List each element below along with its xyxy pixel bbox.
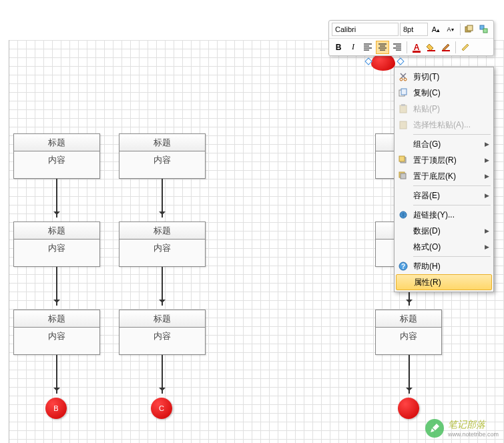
menu-label: 格式(O) bbox=[413, 242, 441, 253]
menu-group[interactable]: 组合(G) ▶ bbox=[395, 136, 493, 152]
svg-rect-11 bbox=[401, 104, 405, 106]
shape-body: 内容 bbox=[119, 240, 205, 266]
shapes-icon[interactable] bbox=[477, 23, 491, 36]
fill-color-icon[interactable] bbox=[425, 41, 438, 54]
chevron-right-icon: ▶ bbox=[485, 141, 489, 147]
svg-rect-16 bbox=[401, 173, 406, 179]
align-left-icon[interactable] bbox=[361, 41, 374, 54]
menu-label: 组合(G) bbox=[413, 139, 441, 150]
font-size-input[interactable] bbox=[400, 23, 428, 36]
flowchart-shape[interactable]: 标题 内容 bbox=[119, 310, 206, 355]
menu-separator bbox=[413, 256, 491, 257]
connector[interactable] bbox=[162, 179, 163, 217]
menu-paste: 粘贴(P) bbox=[395, 101, 493, 117]
menu-separator bbox=[413, 134, 491, 135]
flowchart-shape[interactable]: 标题 内容 bbox=[13, 222, 100, 267]
chevron-right-icon: ▶ bbox=[485, 173, 489, 179]
shape-title: 标题 bbox=[14, 222, 99, 240]
menu-label: 剪切(T) bbox=[413, 71, 439, 83]
connector[interactable] bbox=[162, 355, 163, 394]
connector[interactable] bbox=[409, 355, 410, 394]
shape-body: 内容 bbox=[14, 151, 99, 178]
watermark: 笔记部落 www.notetribe.com bbox=[425, 419, 499, 438]
watermark-subtitle: www.notetribe.com bbox=[448, 431, 499, 438]
menu-label: 复制(C) bbox=[413, 87, 441, 99]
shape-body: 内容 bbox=[14, 240, 99, 266]
send-back-icon bbox=[398, 171, 409, 181]
shape-title: 标题 bbox=[14, 310, 99, 328]
svg-point-6 bbox=[400, 78, 403, 81]
chevron-right-icon: ▶ bbox=[485, 192, 489, 199]
paste-special-icon bbox=[398, 119, 409, 130]
flowchart-shape[interactable]: 标题 内容 bbox=[375, 310, 442, 355]
endpoint-circle-c[interactable]: C bbox=[151, 398, 172, 419]
paste-icon bbox=[398, 103, 409, 114]
svg-rect-10 bbox=[400, 105, 407, 113]
chevron-right-icon: ▶ bbox=[485, 228, 489, 234]
formatting-toolbar: A▴ A▾ B I A bbox=[328, 20, 494, 56]
shape-title: 标题 bbox=[119, 134, 205, 151]
menu-bring-front[interactable]: 置于顶层(R) ▶ bbox=[395, 152, 493, 168]
format-painter-icon[interactable] bbox=[459, 41, 472, 54]
menu-separator bbox=[413, 185, 491, 186]
endpoint-circle-b[interactable]: B bbox=[45, 398, 67, 419]
menu-label: 置于顶层(R) bbox=[413, 155, 457, 166]
svg-rect-9 bbox=[401, 89, 407, 95]
line-color-icon[interactable] bbox=[439, 41, 453, 54]
flowchart-shape[interactable]: 标题 内容 bbox=[119, 222, 206, 267]
svg-rect-4 bbox=[427, 50, 435, 51]
flowchart-shape[interactable]: 标题 内容 bbox=[13, 310, 100, 355]
bold-button[interactable]: B bbox=[332, 41, 345, 54]
svg-point-7 bbox=[404, 78, 407, 81]
menu-help[interactable]: ? 帮助(H) bbox=[395, 258, 493, 274]
separator bbox=[407, 41, 407, 53]
menu-data[interactable]: 数据(D) ▶ bbox=[395, 223, 493, 239]
connector[interactable] bbox=[56, 355, 57, 394]
context-menu: 剪切(T) 复制(C) 粘贴(P) 选择性粘贴(A)... 组合(G) ▶ 置于… bbox=[394, 67, 494, 292]
increase-font-icon[interactable]: A▴ bbox=[429, 23, 443, 36]
menu-container[interactable]: 容器(E) ▶ bbox=[395, 187, 493, 203]
pencil-icon bbox=[425, 419, 444, 438]
align-right-icon[interactable] bbox=[391, 41, 404, 54]
shape-title: 标题 bbox=[376, 310, 441, 328]
shape-body: 内容 bbox=[119, 151, 205, 178]
menu-label: 属性(R) bbox=[414, 277, 441, 288]
endpoint-circle[interactable] bbox=[398, 398, 419, 419]
font-color-icon[interactable]: A bbox=[410, 41, 423, 54]
decrease-font-icon[interactable]: A▾ bbox=[444, 23, 457, 36]
menu-send-back[interactable]: 置于底层(K) ▶ bbox=[395, 168, 493, 184]
flowchart-shape[interactable]: 标题 内容 bbox=[13, 133, 100, 179]
watermark-title: 笔记部落 bbox=[448, 419, 499, 431]
menu-format[interactable]: 格式(O) ▶ bbox=[395, 239, 493, 255]
menu-hyperlink[interactable]: 超链接(Y)... bbox=[395, 207, 493, 223]
connector[interactable] bbox=[162, 267, 163, 306]
connector[interactable] bbox=[56, 179, 57, 217]
menu-paste-special: 选择性粘贴(A)... bbox=[395, 117, 493, 133]
hyperlink-icon bbox=[398, 209, 409, 220]
shape-body: 内容 bbox=[119, 328, 205, 354]
help-icon: ? bbox=[398, 261, 409, 272]
copy-icon bbox=[398, 87, 409, 98]
font-name-input[interactable] bbox=[332, 23, 399, 36]
connector[interactable] bbox=[56, 267, 57, 306]
menu-copy[interactable]: 复制(C) bbox=[395, 85, 493, 101]
menu-properties[interactable]: 属性(R) bbox=[396, 274, 492, 290]
shape-title: 标题 bbox=[119, 222, 205, 240]
menu-label: 置于底层(K) bbox=[413, 171, 456, 182]
shape-body: 内容 bbox=[14, 328, 99, 354]
separator bbox=[455, 41, 456, 53]
cut-icon bbox=[398, 71, 409, 82]
svg-rect-12 bbox=[400, 121, 407, 129]
menu-separator bbox=[413, 205, 491, 205]
menu-label: 容器(E) bbox=[413, 190, 440, 201]
bring-front-icon bbox=[398, 155, 409, 165]
canvas-margin-left bbox=[0, 40, 9, 443]
align-center-icon[interactable] bbox=[376, 41, 389, 54]
menu-cut[interactable]: 剪切(T) bbox=[395, 69, 493, 85]
chevron-right-icon: ▶ bbox=[485, 244, 489, 250]
italic-button[interactable]: I bbox=[346, 41, 360, 54]
svg-rect-14 bbox=[399, 156, 405, 161]
duplicate-icon[interactable] bbox=[463, 23, 476, 36]
flowchart-shape[interactable]: 标题 内容 bbox=[119, 133, 206, 179]
chevron-right-icon: ▶ bbox=[485, 157, 489, 163]
